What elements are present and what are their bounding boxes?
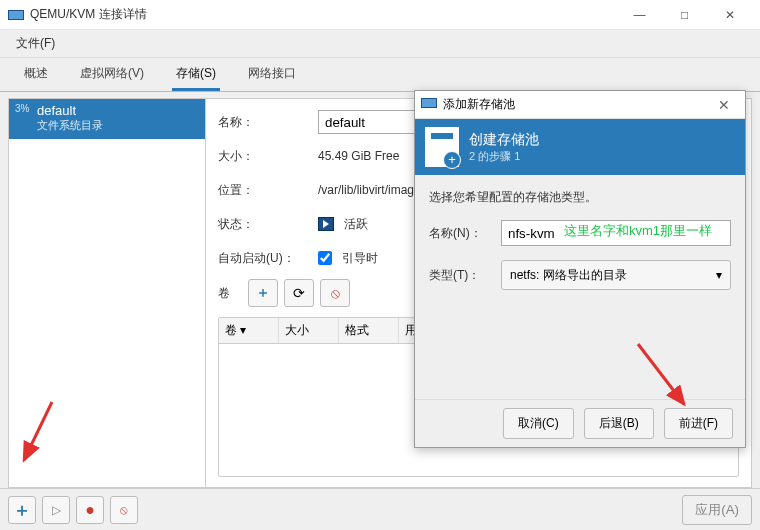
chevron-down-icon: ▾ <box>716 268 722 282</box>
pool-item-default[interactable]: 3% default 文件系统目录 <box>9 99 205 139</box>
dialog-message: 选择您希望配置的存储池类型。 <box>429 189 731 206</box>
status-active-icon <box>318 217 334 231</box>
add-pool-button[interactable]: ＋ <box>8 496 36 524</box>
storage-pool-list: 3% default 文件系统目录 <box>8 98 206 488</box>
forward-button[interactable]: 前进(F) <box>664 408 733 439</box>
autostart-label: 自动启动(U)： <box>218 250 308 267</box>
svg-rect-3 <box>422 99 436 107</box>
dialog-body: 选择您希望配置的存储池类型。 名称(N)： 类型(T)： netfs: 网络导出… <box>415 175 745 399</box>
svg-rect-1 <box>9 11 23 19</box>
pool-type: 文件系统目录 <box>37 118 103 133</box>
pool-usage: 3% <box>15 103 33 133</box>
volumes-label: 卷 <box>218 285 238 302</box>
dlg-type-select[interactable]: netfs: 网络导出的目录 ▾ <box>501 260 731 290</box>
tab-network-interfaces[interactable]: 网络接口 <box>244 57 300 91</box>
dialog-banner: 创建存储池 2 的步骤 1 <box>415 119 745 175</box>
size-label: 大小： <box>218 148 308 165</box>
maximize-button[interactable]: □ <box>662 0 707 30</box>
dlg-type-label: 类型(T)： <box>429 267 493 284</box>
dlg-type-value: netfs: 网络导出的目录 <box>510 267 627 284</box>
pool-name: default <box>37 103 103 118</box>
autostart-checkbox[interactable] <box>318 251 332 265</box>
delete-pool-button[interactable]: ⦸ <box>110 496 138 524</box>
titlebar: QEMU/KVM 连接详情 — □ ✕ <box>0 0 760 30</box>
tab-storage[interactable]: 存储(S) <box>172 57 220 91</box>
cancel-button[interactable]: 取消(C) <box>503 408 574 439</box>
tab-overview[interactable]: 概述 <box>20 57 52 91</box>
dialog-title: 添加新存储池 <box>443 96 709 113</box>
menu-file[interactable]: 文件(F) <box>8 31 63 56</box>
back-button[interactable]: 后退(B) <box>584 408 654 439</box>
col-name[interactable]: 卷 ▾ <box>219 318 279 343</box>
window-title: QEMU/KVM 连接详情 <box>30 6 617 23</box>
stop-pool-button[interactable]: ● <box>76 496 104 524</box>
annotation-text: 这里名字和kvm1那里一样 <box>564 222 712 240</box>
tab-virtual-networks[interactable]: 虚拟网络(V) <box>76 57 148 91</box>
bottom-toolbar: ＋ ▷ ● ⦸ 应用(A) <box>0 488 760 530</box>
add-storage-pool-dialog: 添加新存储池 ✕ 创建存储池 2 的步骤 1 选择您希望配置的存储池类型。 名称… <box>414 90 746 448</box>
location-value: /var/lib/libvirt/images <box>318 183 427 197</box>
delete-volume-button[interactable]: ⦸ <box>320 279 350 307</box>
status-label: 状态： <box>218 216 308 233</box>
banner-title: 创建存储池 <box>469 131 539 149</box>
dialog-titlebar: 添加新存储池 ✕ <box>415 91 745 119</box>
col-size[interactable]: 大小 <box>279 318 339 343</box>
volume-toolbar: ＋ ⟳ ⦸ <box>248 279 350 307</box>
status-value: 活跃 <box>344 216 368 233</box>
tab-bar: 概述 虚拟网络(V) 存储(S) 网络接口 <box>0 58 760 92</box>
apply-button[interactable]: 应用(A) <box>682 495 752 525</box>
name-label: 名称： <box>218 114 308 131</box>
banner-step: 2 的步骤 1 <box>469 149 539 164</box>
autostart-value: 引导时 <box>342 250 378 267</box>
add-volume-button[interactable]: ＋ <box>248 279 278 307</box>
minimize-button[interactable]: — <box>617 0 662 30</box>
start-pool-button[interactable]: ▷ <box>42 496 70 524</box>
dialog-icon <box>421 96 437 113</box>
app-icon <box>8 8 24 22</box>
menubar: 文件(F) <box>0 30 760 58</box>
dialog-close-button[interactable]: ✕ <box>709 97 739 113</box>
close-button[interactable]: ✕ <box>707 0 752 30</box>
refresh-volume-button[interactable]: ⟳ <box>284 279 314 307</box>
create-pool-icon <box>425 127 459 167</box>
dlg-name-label: 名称(N)： <box>429 225 493 242</box>
dialog-footer: 取消(C) 后退(B) 前进(F) <box>415 399 745 447</box>
location-label: 位置： <box>218 182 308 199</box>
size-value: 45.49 GiB Free <box>318 149 399 163</box>
col-format[interactable]: 格式 <box>339 318 399 343</box>
